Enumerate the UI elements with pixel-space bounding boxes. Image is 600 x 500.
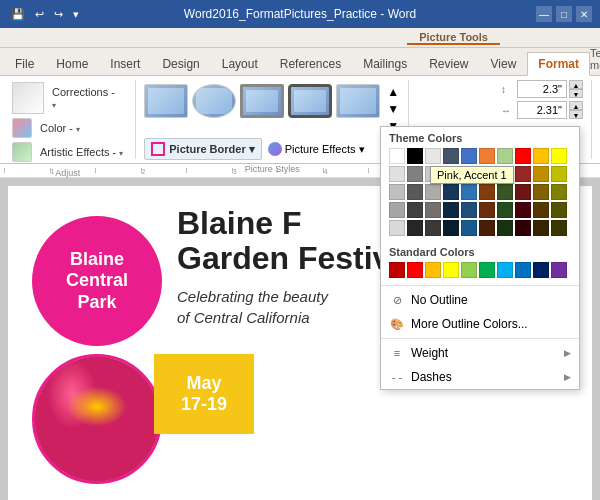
width-up-btn[interactable]: ▲ bbox=[569, 101, 583, 110]
style-thumb-5[interactable] bbox=[336, 84, 380, 118]
theme-color-swatch[interactable] bbox=[461, 202, 477, 218]
theme-color-swatch[interactable] bbox=[497, 220, 513, 236]
standard-color-swatch[interactable] bbox=[407, 262, 423, 278]
minimize-btn[interactable]: — bbox=[536, 6, 552, 22]
dashes-item[interactable]: - - Dashes ▶ bbox=[381, 365, 579, 389]
standard-color-swatch[interactable] bbox=[551, 262, 567, 278]
style-thumb-1[interactable] bbox=[144, 84, 188, 118]
artistic-effects-btn[interactable]: Artistic Effects - ▾ bbox=[8, 140, 127, 164]
theme-color-swatch[interactable] bbox=[551, 184, 567, 200]
color-btn[interactable]: Color - ▾ bbox=[8, 116, 84, 140]
theme-color-swatch[interactable] bbox=[497, 148, 513, 164]
theme-color-swatch[interactable] bbox=[497, 184, 513, 200]
theme-color-swatch[interactable] bbox=[443, 202, 459, 218]
theme-color-swatch[interactable] bbox=[425, 220, 441, 236]
app-title: Word2016_FormatPictures_Practice - Word bbox=[184, 7, 416, 21]
theme-color-swatch[interactable] bbox=[425, 202, 441, 218]
tab-format[interactable]: Format bbox=[527, 52, 590, 76]
theme-color-swatch[interactable] bbox=[551, 148, 567, 164]
theme-color-swatch[interactable] bbox=[515, 148, 531, 164]
standard-color-swatch[interactable] bbox=[479, 262, 495, 278]
styles-scroll-up[interactable]: ▲ bbox=[386, 84, 400, 100]
theme-color-swatch[interactable] bbox=[533, 220, 549, 236]
save-quick-btn[interactable]: 💾 bbox=[8, 6, 28, 23]
theme-color-swatch[interactable] bbox=[551, 166, 567, 182]
standard-color-swatch[interactable] bbox=[443, 262, 459, 278]
theme-color-swatch[interactable] bbox=[443, 148, 459, 164]
tab-insert[interactable]: Insert bbox=[99, 52, 151, 76]
tab-review[interactable]: Review bbox=[418, 52, 479, 76]
standard-color-swatch[interactable] bbox=[389, 262, 405, 278]
theme-color-swatch[interactable] bbox=[389, 202, 405, 218]
width-down-btn[interactable]: ▼ bbox=[569, 110, 583, 119]
tab-references[interactable]: References bbox=[269, 52, 352, 76]
width-input[interactable] bbox=[517, 101, 567, 119]
theme-color-swatch[interactable] bbox=[389, 166, 405, 182]
theme-color-swatch[interactable] bbox=[389, 148, 405, 164]
more-outline-colors-item[interactable]: 🎨 More Outline Colors... bbox=[381, 312, 579, 336]
theme-color-swatch[interactable] bbox=[461, 184, 477, 200]
standard-color-swatch[interactable] bbox=[425, 262, 441, 278]
tab-file[interactable]: File bbox=[4, 52, 45, 76]
standard-color-swatch[interactable] bbox=[461, 262, 477, 278]
corrections-btn[interactable]: Corrections - ▾ bbox=[8, 80, 119, 116]
theme-color-swatch[interactable] bbox=[551, 220, 567, 236]
picture-effects-btn[interactable]: Picture Effects ▾ bbox=[268, 142, 365, 156]
theme-color-swatch[interactable] bbox=[497, 202, 513, 218]
no-outline-item[interactable]: ⊘ No Outline bbox=[381, 288, 579, 312]
theme-color-swatch[interactable] bbox=[407, 220, 423, 236]
picture-border-btn[interactable]: Picture Border ▾ bbox=[144, 138, 261, 160]
theme-color-swatch[interactable] bbox=[533, 202, 549, 218]
styles-scroll-down[interactable]: ▼ bbox=[386, 101, 400, 117]
theme-color-swatch[interactable] bbox=[515, 166, 531, 182]
theme-color-swatch[interactable] bbox=[443, 220, 459, 236]
height-down-btn[interactable]: ▼ bbox=[569, 89, 583, 98]
theme-color-swatch[interactable] bbox=[533, 148, 549, 164]
maximize-btn[interactable]: □ bbox=[556, 6, 572, 22]
tab-layout[interactable]: Layout bbox=[211, 52, 269, 76]
style-thumb-4[interactable] bbox=[288, 84, 332, 118]
theme-color-swatch[interactable] bbox=[407, 166, 423, 182]
theme-color-swatch[interactable] bbox=[515, 184, 531, 200]
height-up-btn[interactable]: ▲ bbox=[569, 80, 583, 89]
theme-color-swatch[interactable] bbox=[407, 202, 423, 218]
close-btn[interactable]: ✕ bbox=[576, 6, 592, 22]
redo-quick-btn[interactable]: ↪ bbox=[51, 6, 66, 23]
style-thumb-2[interactable] bbox=[192, 84, 236, 118]
tab-view[interactable]: View bbox=[480, 52, 528, 76]
theme-color-swatch[interactable] bbox=[443, 184, 459, 200]
style-thumb-3[interactable] bbox=[240, 84, 284, 118]
theme-color-swatch[interactable] bbox=[407, 148, 423, 164]
theme-color-swatch[interactable] bbox=[551, 202, 567, 218]
standard-color-swatch[interactable] bbox=[515, 262, 531, 278]
undo-quick-btn[interactable]: ↩ bbox=[32, 6, 47, 23]
theme-color-swatch[interactable] bbox=[479, 184, 495, 200]
picture-styles-group: ▲ ▼ ▼ Picture Border ▾ Picture Effects ▾… bbox=[144, 80, 409, 159]
standard-color-swatch[interactable] bbox=[533, 262, 549, 278]
flower-image[interactable] bbox=[32, 354, 162, 484]
theme-color-swatch[interactable] bbox=[389, 184, 405, 200]
tab-design[interactable]: Design bbox=[151, 52, 210, 76]
theme-color-swatch[interactable] bbox=[479, 148, 495, 164]
dropdown-quick-btn[interactable]: ▾ bbox=[70, 6, 82, 23]
theme-color-swatch[interactable] bbox=[461, 220, 477, 236]
theme-color-swatch[interactable] bbox=[533, 166, 549, 182]
tab-home[interactable]: Home bbox=[45, 52, 99, 76]
theme-color-swatch[interactable] bbox=[425, 184, 441, 200]
weight-item[interactable]: ≡ Weight ▶ bbox=[381, 341, 579, 365]
width-spinner[interactable]: ▲ ▼ bbox=[569, 101, 583, 119]
theme-color-swatch[interactable] bbox=[389, 220, 405, 236]
theme-color-swatch[interactable] bbox=[533, 184, 549, 200]
theme-color-swatch[interactable] bbox=[461, 148, 477, 164]
theme-color-swatch[interactable] bbox=[407, 184, 423, 200]
standard-color-swatch[interactable] bbox=[497, 262, 513, 278]
theme-color-swatch[interactable] bbox=[425, 148, 441, 164]
theme-color-swatch[interactable] bbox=[515, 202, 531, 218]
tab-mailings[interactable]: Mailings bbox=[352, 52, 418, 76]
theme-color-swatch[interactable] bbox=[515, 220, 531, 236]
height-input[interactable] bbox=[517, 80, 567, 98]
theme-color-swatch[interactable] bbox=[479, 220, 495, 236]
tell-me-input[interactable]: Tell me... bbox=[590, 47, 600, 71]
theme-color-swatch[interactable] bbox=[479, 202, 495, 218]
height-spinner[interactable]: ▲ ▼ bbox=[569, 80, 583, 98]
